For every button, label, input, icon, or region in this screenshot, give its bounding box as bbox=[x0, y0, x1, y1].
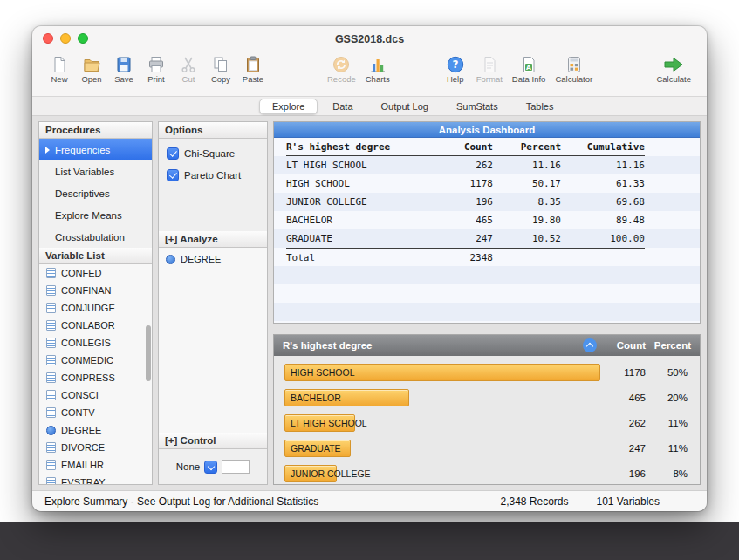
charts-button[interactable]: Charts bbox=[362, 53, 393, 85]
procedure-item-crosstabulation[interactable]: Crosstabulation bbox=[39, 226, 152, 248]
open-button[interactable]: Open bbox=[77, 53, 106, 85]
variable-label: CONMEDIC bbox=[61, 355, 113, 365]
chart-row: GRADUATE 247 11% bbox=[274, 435, 700, 461]
help-question-icon: ? bbox=[444, 55, 467, 73]
row-percent: 10.52 bbox=[493, 229, 561, 248]
svg-text:A: A bbox=[526, 63, 531, 71]
options-sidebar: Options Chi-Square Pareto Chart [+] Anal… bbox=[158, 121, 268, 485]
control-dropdown-button[interactable] bbox=[204, 461, 217, 474]
tab-explore[interactable]: Explore bbox=[259, 99, 318, 114]
procedure-item-explore-means[interactable]: Explore Means bbox=[39, 204, 152, 226]
help-button[interactable]: ? Help bbox=[441, 53, 470, 85]
tab-output-log[interactable]: Output Log bbox=[368, 99, 441, 114]
bar-track: GRADUATE bbox=[284, 440, 600, 457]
data-info-icon: A bbox=[517, 55, 540, 73]
pareto-bar: LT HIGH SCHOOL bbox=[284, 414, 355, 432]
bar-count: 1178 bbox=[607, 367, 646, 378]
title-bar[interactable]: GSS2018.dcs bbox=[32, 26, 707, 51]
variable-sheet-icon bbox=[46, 442, 56, 453]
variable-sheet-icon bbox=[46, 390, 56, 400]
clipboard-paste-icon bbox=[242, 55, 264, 73]
row-count: 247 bbox=[435, 229, 493, 248]
calculator-button[interactable]: Calculator bbox=[551, 53, 596, 85]
calculate-arrow-icon bbox=[662, 55, 685, 73]
analyze-body: DEGREE bbox=[159, 248, 267, 433]
variable-label: DIVORCE bbox=[61, 442, 105, 453]
recode-button[interactable]: Recode bbox=[324, 53, 359, 85]
printer-icon bbox=[145, 55, 168, 73]
variable-label: CONJUDGE bbox=[61, 303, 115, 313]
variable-item[interactable]: CONLEGIS bbox=[39, 334, 152, 352]
table-header-label: R's highest degree bbox=[286, 138, 435, 156]
variable-item[interactable]: CONFINAN bbox=[39, 282, 152, 299]
bar-track: LT HIGH SCHOOL bbox=[284, 414, 600, 432]
cut-button[interactable]: Cut bbox=[174, 53, 203, 85]
analyze-variable-item[interactable]: DEGREE bbox=[166, 254, 260, 264]
bar-label: JUNIOR COLLEGE bbox=[291, 468, 371, 479]
chi-square-option[interactable]: Chi-Square bbox=[167, 147, 259, 160]
variable-item[interactable]: CONTV bbox=[39, 404, 152, 421]
data-info-button[interactable]: A Data Info bbox=[509, 53, 550, 85]
save-button[interactable]: Save bbox=[109, 53, 139, 85]
procedures-header: Procedures bbox=[39, 122, 152, 139]
variable-sheet-icon bbox=[46, 320, 56, 331]
procedure-item-list-variables[interactable]: List Variables bbox=[39, 160, 152, 182]
tab-tables[interactable]: Tables bbox=[513, 99, 567, 114]
variable-item[interactable]: DIVORCE bbox=[39, 439, 152, 456]
table-total-row: Total 2348 bbox=[286, 248, 645, 266]
toolbar-label: Copy bbox=[211, 74, 230, 84]
bar-track: BACHELOR bbox=[284, 389, 600, 406]
row-percent: 8.35 bbox=[493, 193, 561, 211]
procedure-item-descriptives[interactable]: Descriptives bbox=[39, 182, 152, 204]
table-header-count: Count bbox=[435, 138, 493, 156]
copy-button[interactable]: Copy bbox=[206, 53, 236, 85]
selected-variable-dot-icon bbox=[46, 426, 56, 435]
row-label: BACHELOR bbox=[286, 211, 435, 229]
variable-item[interactable]: EMAILHR bbox=[39, 456, 152, 474]
pareto-bar: BACHELOR bbox=[284, 389, 409, 406]
analysis-dashboard-panel: Analysis Dashboard R's highest degree Co… bbox=[273, 121, 701, 324]
row-percent: 50.17 bbox=[493, 174, 561, 193]
variable-item[interactable]: CONMEDIC bbox=[39, 352, 152, 369]
control-value-box[interactable] bbox=[222, 460, 250, 474]
pareto-chart-label: Pareto Chart bbox=[184, 170, 241, 181]
variable-item[interactable]: EVSTRAY bbox=[39, 474, 152, 484]
dashboard-title: Analysis Dashboard bbox=[274, 122, 700, 138]
chart-row: JUNIOR COLLEGE 196 8% bbox=[274, 461, 700, 484]
variable-item[interactable]: CONJUDGE bbox=[39, 299, 152, 317]
variable-item[interactable]: CONPRESS bbox=[39, 369, 152, 386]
format-document-icon bbox=[478, 55, 501, 73]
sort-ascending-toggle-icon[interactable] bbox=[583, 338, 597, 352]
print-button[interactable]: Print bbox=[141, 53, 171, 85]
variable-list-header: Variable List bbox=[39, 248, 152, 264]
open-folder-icon bbox=[80, 55, 103, 73]
variable-item[interactable]: CONFED bbox=[39, 264, 152, 282]
format-button[interactable]: Format bbox=[473, 53, 506, 85]
tools-toolbar-group: ? Help Format A Data Info Calculator bbox=[441, 53, 596, 85]
variable-item[interactable]: CONLABOR bbox=[39, 317, 152, 334]
tab-sumstats[interactable]: SumStats bbox=[443, 99, 511, 114]
new-button[interactable]: New bbox=[44, 53, 74, 85]
paste-button[interactable]: Paste bbox=[238, 53, 268, 85]
variable-item[interactable]: CONSCI bbox=[39, 386, 152, 404]
variable-list-scrollbar[interactable] bbox=[146, 325, 151, 381]
pareto-chart-option[interactable]: Pareto Chart bbox=[167, 169, 259, 181]
save-floppy-icon bbox=[113, 55, 135, 73]
chart-row: HIGH SCHOOL 1178 50% bbox=[274, 359, 700, 385]
procedure-item-frequencies[interactable]: Frequencies bbox=[39, 139, 152, 160]
data-toolbar-group: Recode Charts bbox=[324, 53, 393, 85]
row-percent: 11.16 bbox=[493, 156, 561, 174]
chi-square-label: Chi-Square bbox=[184, 148, 235, 159]
variable-item-selected[interactable]: DEGREE bbox=[39, 421, 152, 439]
bar-label: LT HIGH SCHOOL bbox=[291, 418, 367, 428]
variable-label: CONTV bbox=[61, 407, 95, 418]
chi-square-checkbox[interactable] bbox=[167, 147, 179, 160]
chart-body: HIGH SCHOOL 1178 50% BACHELOR 465 20% bbox=[274, 356, 700, 484]
calculate-button[interactable]: Calculate bbox=[653, 53, 695, 85]
pareto-chart-checkbox[interactable] bbox=[167, 169, 179, 181]
row-percent: 19.80 bbox=[493, 211, 561, 229]
row-cumulative: 61.33 bbox=[561, 174, 645, 193]
variable-label: CONFINAN bbox=[61, 285, 111, 296]
tab-data[interactable]: Data bbox=[319, 99, 366, 114]
variable-label: CONFED bbox=[61, 268, 101, 278]
